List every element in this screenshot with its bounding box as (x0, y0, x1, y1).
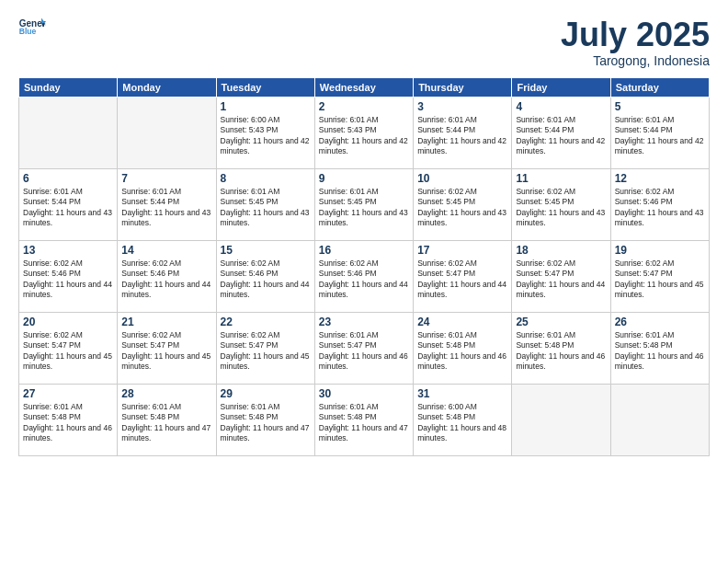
day-number: 2 (319, 100, 409, 113)
svg-text:Blue: Blue (19, 27, 37, 35)
col-thursday: Thursday (414, 77, 512, 97)
day-number: 9 (319, 172, 409, 185)
day-info: Sunrise: 6:02 AMSunset: 5:47 PMDaylight:… (417, 259, 507, 301)
table-row: 3Sunrise: 6:01 AMSunset: 5:44 PMDaylight… (414, 97, 512, 168)
day-number: 25 (516, 316, 606, 328)
day-number: 16 (319, 244, 409, 257)
month-title: July 2025 (561, 17, 710, 53)
table-row (512, 384, 610, 455)
table-row: 13Sunrise: 6:02 AMSunset: 5:46 PMDayligh… (19, 240, 118, 312)
table-row: 15Sunrise: 6:02 AMSunset: 5:46 PMDayligh… (216, 240, 314, 312)
table-row: 27Sunrise: 6:01 AMSunset: 5:48 PMDayligh… (19, 384, 118, 455)
day-number: 5 (615, 100, 705, 113)
day-number: 29 (221, 387, 311, 400)
day-number: 21 (121, 316, 211, 328)
table-row: 2Sunrise: 6:01 AMSunset: 5:43 PMDaylight… (314, 97, 413, 168)
table-row: 4Sunrise: 6:01 AMSunset: 5:44 PMDaylight… (512, 97, 610, 168)
day-info: Sunrise: 6:01 AMSunset: 5:48 PMDaylight:… (615, 330, 705, 373)
day-number: 7 (121, 172, 211, 185)
table-row: 22Sunrise: 6:02 AMSunset: 5:47 PMDayligh… (216, 312, 314, 384)
day-number: 27 (23, 387, 113, 400)
table-row: 25Sunrise: 6:01 AMSunset: 5:48 PMDayligh… (512, 312, 610, 384)
table-row: 21Sunrise: 6:02 AMSunset: 5:47 PMDayligh… (118, 312, 216, 384)
col-wednesday: Wednesday (314, 77, 413, 97)
day-info: Sunrise: 6:02 AMSunset: 5:47 PMDaylight:… (615, 259, 705, 301)
logo-icon: General Blue (18, 17, 46, 35)
table-row: 29Sunrise: 6:01 AMSunset: 5:48 PMDayligh… (216, 384, 314, 455)
day-info: Sunrise: 6:02 AMSunset: 5:46 PMDaylight:… (23, 259, 113, 301)
day-number: 17 (417, 244, 507, 257)
table-row: 6Sunrise: 6:01 AMSunset: 5:44 PMDaylight… (19, 168, 118, 240)
day-number: 30 (319, 387, 409, 400)
day-info: Sunrise: 6:02 AMSunset: 5:47 PMDaylight:… (121, 330, 211, 373)
day-info: Sunrise: 6:00 AMSunset: 5:43 PMDaylight:… (221, 115, 311, 157)
table-row: 31Sunrise: 6:00 AMSunset: 5:48 PMDayligh… (414, 384, 512, 455)
day-number: 10 (417, 172, 507, 185)
day-info: Sunrise: 6:02 AMSunset: 5:47 PMDaylight:… (516, 259, 606, 301)
location: Tarogong, Indonesia (561, 53, 710, 68)
day-info: Sunrise: 6:01 AMSunset: 5:48 PMDaylight:… (121, 402, 211, 444)
day-info: Sunrise: 6:02 AMSunset: 5:47 PMDaylight:… (221, 330, 311, 373)
page: General Blue July 2025 Tarogong, Indones… (0, 0, 728, 563)
table-row: 12Sunrise: 6:02 AMSunset: 5:46 PMDayligh… (610, 168, 709, 240)
col-friday: Friday (512, 77, 610, 97)
day-info: Sunrise: 6:01 AMSunset: 5:48 PMDaylight:… (516, 330, 606, 373)
col-monday: Monday (118, 77, 216, 97)
day-number: 6 (23, 172, 113, 185)
day-info: Sunrise: 6:02 AMSunset: 5:46 PMDaylight:… (615, 187, 705, 229)
day-info: Sunrise: 6:01 AMSunset: 5:45 PMDaylight:… (221, 187, 311, 229)
table-row: 14Sunrise: 6:02 AMSunset: 5:46 PMDayligh… (118, 240, 216, 312)
day-info: Sunrise: 6:01 AMSunset: 5:44 PMDaylight:… (23, 187, 113, 229)
day-info: Sunrise: 6:01 AMSunset: 5:47 PMDaylight:… (319, 330, 409, 373)
day-info: Sunrise: 6:02 AMSunset: 5:46 PMDaylight:… (319, 259, 409, 301)
day-number: 15 (221, 244, 311, 257)
table-row: 30Sunrise: 6:01 AMSunset: 5:48 PMDayligh… (314, 384, 413, 455)
day-number: 13 (23, 244, 113, 257)
table-row: 7Sunrise: 6:01 AMSunset: 5:44 PMDaylight… (118, 168, 216, 240)
day-number: 8 (221, 172, 311, 185)
calendar: Sunday Monday Tuesday Wednesday Thursday… (18, 77, 710, 456)
day-number: 19 (615, 244, 705, 257)
day-info: Sunrise: 6:01 AMSunset: 5:44 PMDaylight:… (121, 187, 211, 229)
day-info: Sunrise: 6:01 AMSunset: 5:48 PMDaylight:… (417, 330, 507, 373)
table-row: 17Sunrise: 6:02 AMSunset: 5:47 PMDayligh… (414, 240, 512, 312)
day-info: Sunrise: 6:02 AMSunset: 5:45 PMDaylight:… (417, 187, 507, 229)
table-row: 23Sunrise: 6:01 AMSunset: 5:47 PMDayligh… (314, 312, 413, 384)
col-sunday: Sunday (19, 77, 118, 97)
table-row: 8Sunrise: 6:01 AMSunset: 5:45 PMDaylight… (216, 168, 314, 240)
table-row: 26Sunrise: 6:01 AMSunset: 5:48 PMDayligh… (610, 312, 709, 384)
day-number: 28 (121, 387, 211, 400)
table-row (610, 384, 709, 455)
day-number: 24 (417, 316, 507, 328)
day-info: Sunrise: 6:01 AMSunset: 5:48 PMDaylight:… (23, 402, 113, 444)
logo: General Blue (18, 17, 50, 35)
table-row: 1Sunrise: 6:00 AMSunset: 5:43 PMDaylight… (216, 97, 314, 168)
day-number: 11 (516, 172, 606, 185)
day-info: Sunrise: 6:00 AMSunset: 5:48 PMDaylight:… (417, 402, 507, 444)
table-row: 9Sunrise: 6:01 AMSunset: 5:45 PMDaylight… (314, 168, 413, 240)
table-row: 20Sunrise: 6:02 AMSunset: 5:47 PMDayligh… (19, 312, 118, 384)
day-info: Sunrise: 6:01 AMSunset: 5:44 PMDaylight:… (615, 115, 705, 157)
day-info: Sunrise: 6:01 AMSunset: 5:44 PMDaylight:… (516, 115, 606, 157)
table-row: 28Sunrise: 6:01 AMSunset: 5:48 PMDayligh… (118, 384, 216, 455)
table-row (118, 97, 216, 168)
day-number: 1 (221, 100, 311, 113)
day-number: 26 (615, 316, 705, 328)
day-number: 14 (121, 244, 211, 257)
day-info: Sunrise: 6:02 AMSunset: 5:47 PMDaylight:… (23, 330, 113, 373)
day-info: Sunrise: 6:01 AMSunset: 5:43 PMDaylight:… (319, 115, 409, 157)
col-tuesday: Tuesday (216, 77, 314, 97)
day-number: 12 (615, 172, 705, 185)
day-info: Sunrise: 6:01 AMSunset: 5:48 PMDaylight:… (221, 402, 311, 444)
title-block: July 2025 Tarogong, Indonesia (561, 17, 710, 68)
table-row: 24Sunrise: 6:01 AMSunset: 5:48 PMDayligh… (414, 312, 512, 384)
table-row: 10Sunrise: 6:02 AMSunset: 5:45 PMDayligh… (414, 168, 512, 240)
col-saturday: Saturday (610, 77, 709, 97)
day-number: 20 (23, 316, 113, 328)
day-info: Sunrise: 6:02 AMSunset: 5:46 PMDaylight:… (121, 259, 211, 301)
day-number: 18 (516, 244, 606, 257)
table-row: 16Sunrise: 6:02 AMSunset: 5:46 PMDayligh… (314, 240, 413, 312)
day-info: Sunrise: 6:02 AMSunset: 5:45 PMDaylight:… (516, 187, 606, 229)
day-info: Sunrise: 6:01 AMSunset: 5:45 PMDaylight:… (319, 187, 409, 229)
table-row: 19Sunrise: 6:02 AMSunset: 5:47 PMDayligh… (610, 240, 709, 312)
